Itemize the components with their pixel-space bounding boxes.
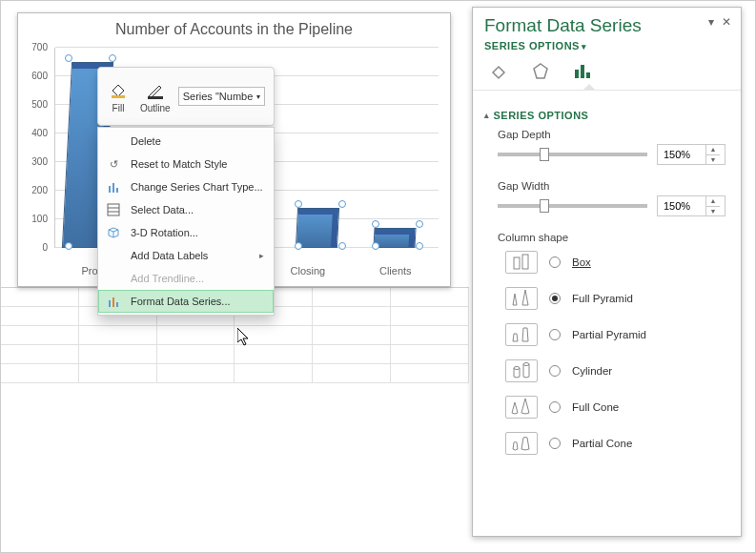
menu-select-data[interactable]: Select Data... (98, 198, 274, 221)
menu-label: Delete (131, 135, 161, 147)
menu-add-trendline: Add Trendline... (98, 267, 274, 290)
shape-option-cylinder[interactable]: Cylinder (505, 359, 729, 382)
svg-rect-14 (586, 72, 590, 78)
y-tick: 600 (23, 72, 48, 81)
shape-label: Partial Pyramid (572, 329, 646, 340)
radio-icon[interactable] (549, 401, 561, 413)
pane-options-button[interactable]: ▾ (708, 15, 714, 29)
gap-depth-slider[interactable] (498, 153, 647, 156)
mini-toolbar: Fill Outline Series "Numbe ▾ (97, 67, 275, 126)
series-selector-combo[interactable]: Series "Numbe ▾ (178, 87, 266, 106)
svg-rect-12 (575, 70, 579, 78)
menu-label: Add Trendline... (131, 273, 204, 284)
reset-icon: ↺ (106, 156, 121, 172)
pen-icon (145, 80, 166, 101)
y-tick: 500 (23, 100, 48, 110)
svg-rect-8 (109, 300, 111, 307)
shape-label: Full Cone (572, 401, 619, 413)
y-tick: 100 (23, 215, 48, 224)
gap-depth-input[interactable] (658, 145, 705, 164)
full-cone-shape-icon (505, 396, 538, 419)
svg-rect-15 (514, 257, 520, 269)
section-series-options[interactable]: ▴ SERIES OPTIONS (484, 110, 729, 121)
svg-rect-16 (522, 255, 528, 269)
tab-fill-line[interactable] (486, 59, 511, 84)
format-series-icon (106, 294, 121, 309)
spinner-up-icon[interactable]: ▲ (706, 196, 720, 207)
cube-icon (106, 225, 121, 240)
outline-label: Outline (140, 103, 171, 113)
spinner-up-icon[interactable]: ▲ (706, 145, 720, 155)
outline-button[interactable]: Outline (136, 78, 174, 115)
chart-type-icon (106, 179, 121, 195)
submenu-arrow-icon: ▸ (259, 251, 264, 260)
chart-bar-closing[interactable] (296, 208, 339, 248)
spinner-down-icon[interactable]: ▼ (706, 207, 720, 216)
svg-rect-10 (116, 302, 118, 307)
series-options-dropdown[interactable]: SERIES OPTIONS▾ (484, 40, 729, 51)
gap-width-spinner[interactable]: ▲▼ (657, 195, 725, 216)
y-tick: 300 (23, 157, 48, 167)
shape-label: Partial Cone (572, 438, 632, 449)
radio-icon[interactable] (549, 293, 561, 304)
svg-rect-2 (109, 186, 111, 193)
select-data-icon (106, 202, 121, 217)
shape-option-partial-cone[interactable]: Partial Cone (505, 432, 729, 455)
chart-title: Number of Accounts in the Pipeline (18, 13, 450, 42)
radio-icon[interactable] (549, 438, 561, 449)
svg-rect-0 (112, 95, 125, 98)
radio-icon[interactable] (549, 329, 561, 340)
tab-series-options[interactable] (570, 59, 595, 84)
shape-option-full-cone[interactable]: Full Cone (505, 396, 729, 419)
menu-3d-rotation[interactable]: 3-D Rotation... (98, 221, 274, 244)
shape-label: Cylinder (572, 365, 612, 377)
paint-bucket-icon (108, 80, 129, 101)
radio-icon[interactable] (549, 256, 561, 268)
svg-marker-20 (522, 328, 528, 341)
gap-depth-label: Gap Depth (498, 129, 725, 140)
menu-add-data-labels[interactable]: Add Data Labels ▸ (98, 244, 274, 267)
y-tick: 700 (23, 43, 48, 52)
fill-button[interactable]: Fill (104, 78, 133, 115)
menu-label: Add Data Labels (131, 250, 208, 261)
gap-width-label: Gap Width (498, 180, 725, 192)
radio-icon[interactable] (549, 365, 561, 377)
shape-option-partial-pyramid[interactable]: Partial Pyramid (505, 323, 729, 346)
shape-option-box[interactable]: Box (505, 251, 729, 274)
tab-effects[interactable] (528, 59, 553, 84)
spinner-down-icon[interactable]: ▼ (706, 155, 720, 165)
box-shape-icon (505, 251, 538, 274)
menu-format-data-series[interactable]: Format Data Series... (98, 290, 274, 313)
gap-width-input[interactable] (658, 196, 705, 215)
menu-label: Reset to Match Style (131, 158, 228, 170)
partial-pyramid-shape-icon (505, 323, 538, 346)
blank-icon (106, 133, 121, 149)
shape-option-full-pyramid[interactable]: Full Pyramid (505, 287, 729, 310)
svg-rect-1 (148, 96, 163, 99)
y-tick: 400 (23, 129, 48, 138)
close-button[interactable]: ✕ (722, 15, 731, 29)
partial-cone-shape-icon (505, 432, 538, 455)
menu-label: 3-D Rotation... (131, 227, 198, 238)
menu-label: Change Series Chart Type... (131, 181, 263, 193)
collapse-triangle-icon: ▴ (484, 111, 490, 120)
fill-label: Fill (112, 103, 125, 113)
x-label: Clients (379, 265, 412, 276)
menu-change-series-chart-type[interactable]: Change Series Chart Type... (98, 175, 274, 198)
svg-point-22 (523, 363, 529, 366)
gap-depth-spinner[interactable]: ▲▼ (657, 144, 725, 165)
chevron-down-icon: ▾ (582, 42, 587, 51)
x-label: Closing (291, 265, 326, 276)
series-options-label: SERIES OPTIONS (484, 40, 580, 51)
svg-rect-13 (581, 65, 584, 78)
menu-reset-match-style[interactable]: ↺ Reset to Match Style (98, 153, 274, 175)
svg-marker-17 (513, 294, 517, 305)
cylinder-shape-icon (505, 359, 538, 382)
shape-label: Box (572, 256, 591, 268)
chevron-down-icon: ▾ (256, 92, 260, 101)
y-tick: 200 (23, 186, 48, 195)
gap-width-slider[interactable] (498, 204, 647, 208)
chart-bar-clients[interactable] (373, 228, 416, 248)
menu-delete[interactable]: Delete (98, 130, 274, 153)
menu-label: Format Data Series... (131, 296, 231, 307)
